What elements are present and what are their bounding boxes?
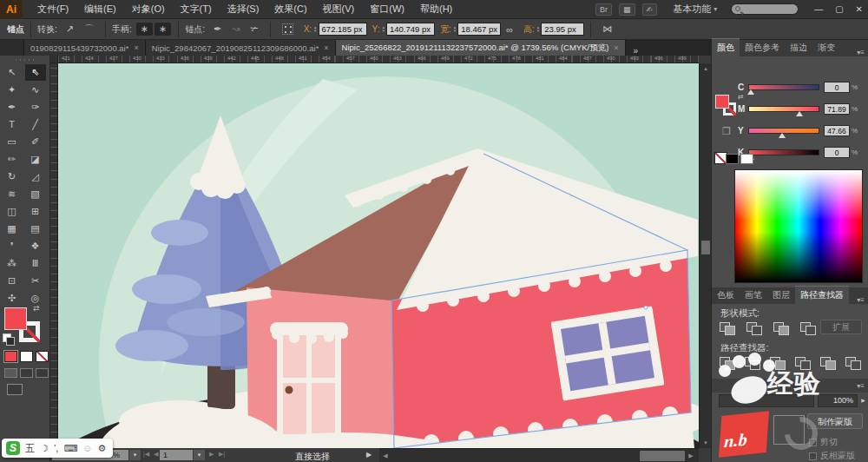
vertical-scroll-handle[interactable] — [701, 241, 710, 254]
stepper-icon[interactable]: ▲▼ — [453, 26, 457, 33]
minimize-button[interactable]: — — [814, 4, 823, 14]
color-panel-tab[interactable]: 描边 — [785, 39, 812, 56]
dock-panel-tab[interactable]: 图层 — [767, 287, 795, 304]
pathfinder-crop-icon[interactable] — [794, 356, 812, 370]
first-artboard-button[interactable]: |◀ — [143, 451, 149, 458]
convert-to-corner-icon[interactable]: ↗ — [62, 23, 78, 36]
opacity-field[interactable]: 100% — [818, 394, 858, 407]
reference-point-icon[interactable] — [282, 23, 293, 35]
invert-mask-checkbox[interactable] — [809, 452, 817, 460]
shape-mode-exclude-icon[interactable] — [799, 321, 817, 335]
ime-toolbar[interactable]: S五☽’,⌨☺⚙ — [2, 439, 113, 458]
chevron-down-icon[interactable]: ▾ — [713, 5, 717, 13]
pathfinder-merge-icon[interactable] — [769, 356, 786, 370]
color-panel-tab[interactable]: 渐变 — [812, 39, 840, 56]
width-label[interactable]: 宽: — [440, 23, 451, 36]
draw-behind-button[interactable] — [20, 368, 33, 378]
search-input[interactable] — [731, 3, 799, 15]
status-expand-icon[interactable]: ▶ — [366, 451, 372, 459]
convert-to-smooth-icon[interactable]: ⌒ — [80, 22, 98, 36]
blend-tool[interactable]: ❖ — [25, 238, 46, 254]
channel-slider[interactable] — [748, 84, 819, 90]
sogou-logo[interactable]: S — [6, 441, 20, 455]
color-panel-tab[interactable]: 颜色参考 — [740, 39, 785, 56]
menu-item[interactable]: 选择(S) — [220, 3, 267, 16]
panel-menu-icon[interactable]: ▾≡ — [857, 45, 868, 56]
menu-item[interactable]: 视图(V) — [315, 3, 363, 16]
stepper-icon[interactable]: ▲▼ — [381, 26, 385, 33]
app-logo[interactable]: Ai — [0, 0, 23, 19]
scroll-left-icon[interactable]: ◀ — [379, 451, 391, 461]
cut-path-icon[interactable]: ✃ — [246, 23, 262, 36]
gradient-button[interactable] — [20, 351, 33, 362]
workspace-switcher[interactable]: 基本功能 — [673, 3, 711, 16]
previous-artboard-button[interactable]: ◀ — [154, 451, 158, 458]
hide-handles-icon[interactable]: ∗ — [155, 23, 171, 36]
dock-panel-tab[interactable]: 色板 — [712, 287, 740, 304]
clip-checkbox[interactable] — [809, 439, 817, 446]
selection-tool[interactable]: ↖ — [2, 64, 23, 81]
eraser-tool[interactable]: ◪ — [25, 151, 46, 168]
slice-tool[interactable]: ✂ — [25, 273, 46, 289]
slider-thumb-icon[interactable] — [747, 89, 754, 95]
pathfinder-trim-icon[interactable] — [744, 356, 761, 370]
opacity-dropdown-icon[interactable]: ▶ — [858, 394, 868, 407]
symbol-sprayer-tool[interactable]: ⁂ — [2, 255, 23, 272]
channel-value-field[interactable]: 0 — [824, 147, 850, 158]
mesh-tool[interactable]: ▦ — [2, 221, 23, 237]
width-tool[interactable]: ≋ — [2, 186, 23, 202]
menu-item[interactable]: 窗口(W) — [362, 3, 412, 16]
shape-mode-minus-front-icon[interactable] — [746, 321, 763, 335]
screen-mode-button[interactable] — [7, 384, 23, 395]
artboard-canvas[interactable] — [58, 63, 699, 448]
graph-tool[interactable]: Ⅲ — [25, 255, 46, 272]
panel-menu-icon[interactable]: ▾≡ — [857, 293, 868, 304]
shape-mode-unite-icon[interactable] — [719, 321, 736, 335]
channel-slider[interactable] — [748, 128, 819, 134]
free-transform-tool[interactable]: ▧ — [25, 186, 46, 202]
default-fill-stroke-icon[interactable] — [3, 333, 11, 342]
zoom-dropdown-icon[interactable]: ▾ — [129, 450, 141, 460]
shape-mode-intersect-icon[interactable] — [773, 321, 790, 335]
restore-button[interactable]: ▢ — [835, 4, 843, 14]
rotate-tool[interactable]: ↻ — [2, 168, 23, 185]
draw-normal-button[interactable] — [4, 368, 17, 378]
lasso-tool[interactable]: ∿ — [25, 82, 46, 98]
menu-item[interactable]: 文字(T) — [173, 3, 220, 16]
show-handles-icon[interactable]: ∗ — [136, 23, 153, 36]
color-button[interactable] — [4, 351, 17, 362]
out-of-gamut-cube-icon[interactable]: ❒ — [722, 126, 731, 137]
rectangle-tool[interactable]: ▭ — [2, 134, 23, 150]
moon-icon[interactable]: ☽ — [40, 443, 49, 454]
horizontal-scroll-handle[interactable] — [640, 451, 685, 461]
document-tab[interactable]: 0190829115439732000.ai*× — [24, 40, 146, 56]
dock-panel-tab[interactable]: 路径查找器 — [795, 286, 849, 304]
white-swatch[interactable] — [740, 154, 753, 164]
next-artboard-button[interactable]: ▶ — [209, 451, 214, 458]
height-field[interactable]: 23.95 px — [541, 23, 584, 36]
x-label[interactable]: X: — [304, 24, 312, 34]
channel-slider[interactable] — [748, 106, 819, 112]
pathfinder-minus-back-icon[interactable] — [845, 356, 862, 370]
tab-close-icon[interactable]: × — [324, 43, 328, 52]
menu-item[interactable]: 编辑(E) — [76, 3, 124, 16]
make-mask-button[interactable]: 制作蒙版 — [807, 413, 863, 429]
pathfinder-divide-icon[interactable] — [719, 356, 736, 370]
expand-button[interactable]: 扩展 — [820, 320, 862, 334]
document-tab[interactable]: Nipic_25266822_20191211132237572000.ai* … — [336, 40, 626, 56]
fill-swatch[interactable] — [715, 95, 729, 109]
ruler-corner[interactable] — [50, 56, 58, 63]
x-field[interactable]: 672.185 px — [319, 23, 367, 36]
channel-value-field[interactable]: 47.66 — [824, 125, 850, 136]
tools-panel-grip[interactable] — [16, 56, 34, 63]
menu-item[interactable]: 文件(F) — [30, 3, 76, 16]
magic-wand-tool[interactable]: ✦ — [2, 82, 23, 98]
fill-color-swatch[interactable] — [4, 307, 27, 330]
person-icon[interactable]: ☺ — [82, 443, 92, 453]
shape-builder-tool[interactable]: ◫ — [2, 203, 23, 220]
scale-tool[interactable]: ◿ — [25, 168, 46, 185]
width-field[interactable]: 18.467 px — [457, 23, 501, 36]
menu-item[interactable]: 对象(O) — [124, 3, 173, 16]
slider-thumb-icon[interactable] — [796, 111, 803, 116]
curvature-tool[interactable]: ✑ — [25, 99, 46, 116]
